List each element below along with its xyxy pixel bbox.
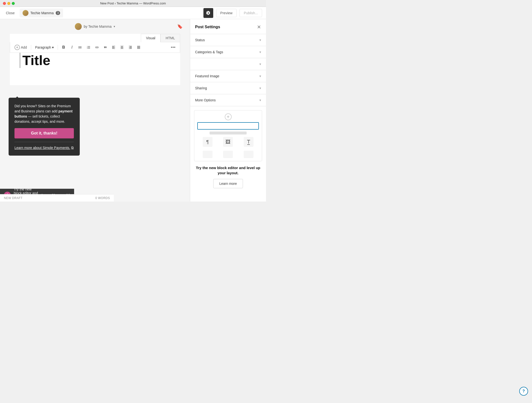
word-count: 0 WORDS xyxy=(95,196,110,200)
featured-image-chevron-icon: ▾ xyxy=(259,74,261,78)
title-bar: New Post ‹ Techie Mamma — WordPress.com xyxy=(0,0,266,7)
gear-icon xyxy=(206,11,211,15)
site-tab[interactable]: Techie Mamma 3 xyxy=(20,9,63,17)
svg-point-2 xyxy=(79,48,79,48)
sidebar-item-status[interactable]: Status ▾ xyxy=(190,34,266,46)
site-name: Techie Mamma xyxy=(30,11,54,15)
bold-button[interactable]: B xyxy=(60,44,67,51)
sharing-label: Sharing xyxy=(195,86,207,90)
editor-toolbar: + Add Paragraph ▾ B I xyxy=(10,42,180,53)
svg-point-0 xyxy=(79,46,79,47)
tooltip-text: Did you know? Sites on the Premium and B… xyxy=(14,104,74,124)
learn-more-text: Learn more about Simple Payments. xyxy=(14,146,70,150)
sidebar-item-more-options[interactable]: More Options ▾ xyxy=(190,94,266,106)
promo-icon-b3 xyxy=(244,151,253,158)
list-ol-icon xyxy=(87,45,91,49)
post-settings-title: Post Settings xyxy=(195,25,220,29)
external-link-icon: ⧉ xyxy=(71,146,74,150)
unordered-list-button[interactable] xyxy=(77,44,84,51)
settings-button[interactable] xyxy=(203,8,213,18)
link-button[interactable] xyxy=(93,44,101,51)
add-button[interactable]: + Add xyxy=(13,44,29,51)
site-avatar xyxy=(23,10,28,16)
editor-inner: Title xyxy=(10,53,180,85)
draft-status: NEW DRAFT xyxy=(4,196,23,200)
promo-paragraph-icon: ¶ xyxy=(203,137,213,147)
promo-image-icon: 🖼 xyxy=(223,137,233,147)
status-bar: NEW DRAFT 0 WORDS xyxy=(0,194,114,202)
align-center-icon xyxy=(120,45,124,49)
author-name: by Techie Mamma xyxy=(84,25,111,28)
promo-icon-b1 xyxy=(203,151,213,158)
traffic-lights xyxy=(3,2,15,5)
align-left-button[interactable] xyxy=(110,44,117,51)
fullscreen-traffic-light[interactable] xyxy=(12,2,15,5)
promo-preview-mockup: + ¶ 🖼 T̲ xyxy=(194,110,262,161)
promo-add-icon: + xyxy=(225,113,232,120)
more-options-label: More Options xyxy=(195,98,216,102)
main-layout: by Techie Mamma ▾ 🔖 Visual HTML + Add Pa… xyxy=(0,19,266,202)
author-bar: by Techie Mamma ▾ 🔖 xyxy=(0,19,190,34)
more-options-chevron-icon: ▾ xyxy=(259,98,261,102)
promo-title: Try the new block editor and level up yo… xyxy=(194,165,262,175)
promo-learn-more-button[interactable]: Learn more xyxy=(213,179,243,188)
align-right-icon xyxy=(128,45,132,49)
italic-button[interactable]: I xyxy=(68,44,76,51)
notification-badge: 3 xyxy=(56,11,60,15)
sidebar-item-featured-image[interactable]: Featured Image ▾ xyxy=(190,70,266,82)
toolbar-divider xyxy=(31,45,31,50)
featured-image-label: Featured Image xyxy=(195,74,219,78)
got-it-button[interactable]: Got it, thanks! xyxy=(14,128,74,138)
promo-search-bar xyxy=(197,122,259,130)
sidebar-close-button[interactable]: ✕ xyxy=(257,24,261,30)
more-options-button[interactable]: ••• xyxy=(169,44,177,51)
minimize-traffic-light[interactable] xyxy=(7,2,10,5)
top-toolbar: Close Techie Mamma 3 Preview Publish... xyxy=(0,7,266,19)
align-left-icon xyxy=(112,45,116,49)
chevron-down-icon[interactable]: ▾ xyxy=(114,25,115,28)
paragraph-chevron: ▾ xyxy=(52,45,54,49)
justify-button[interactable] xyxy=(135,44,142,51)
add-circle-icon: + xyxy=(14,45,20,50)
editor-tabs: Visual HTML xyxy=(10,34,180,42)
ordered-list-button[interactable] xyxy=(85,44,92,51)
preview-button[interactable]: Preview xyxy=(216,9,237,17)
categories-tags-label: Categories & Tags xyxy=(195,50,223,54)
promo-icons-row: ¶ 🖼 T̲ xyxy=(197,137,259,147)
sidebar-item-categories-tags[interactable]: Categories & Tags ▾ xyxy=(190,46,266,58)
payment-tooltip: Did you know? Sites on the Premium and B… xyxy=(9,98,80,156)
paragraph-select[interactable]: Paragraph ▾ xyxy=(33,44,56,50)
editor-area: by Techie Mamma ▾ 🔖 Visual HTML + Add Pa… xyxy=(0,19,190,202)
editor-wrapper: Visual HTML + Add Paragraph ▾ B I xyxy=(10,34,180,85)
toolbar-divider2 xyxy=(58,45,58,50)
sharing-chevron-icon: ▾ xyxy=(259,86,261,90)
quote-icon xyxy=(103,45,107,49)
list-ul-icon xyxy=(78,45,82,49)
extra-chevron-icon: ▾ xyxy=(259,62,261,66)
right-sidebar: Post Settings ✕ Status ▾ Categories & Ta… xyxy=(190,19,266,202)
site-avatar-img xyxy=(23,10,28,16)
close-traffic-light[interactable] xyxy=(3,2,6,5)
promo-icon-b2 xyxy=(223,151,233,158)
close-button[interactable]: Close xyxy=(4,10,17,16)
author-avatar xyxy=(75,23,82,30)
justify-icon xyxy=(137,45,141,49)
align-right-button[interactable] xyxy=(127,44,134,51)
post-title[interactable]: Title xyxy=(20,53,170,68)
promo-icon-row2 xyxy=(197,151,259,158)
tab-visual[interactable]: Visual xyxy=(141,34,160,42)
tooltip-divider xyxy=(14,142,74,142)
promo-text-icon: T̲ xyxy=(244,137,253,147)
sidebar-item-extra[interactable]: ▾ xyxy=(190,58,266,70)
learn-more-payments-link[interactable]: Learn more about Simple Payments. ⧉ xyxy=(14,146,74,150)
sidebar-header: Post Settings ✕ xyxy=(190,19,266,34)
status-label: Status xyxy=(195,38,205,42)
window-title: New Post ‹ Techie Mamma — WordPress.com xyxy=(100,1,166,5)
sidebar-item-sharing[interactable]: Sharing ▾ xyxy=(190,82,266,94)
align-center-button[interactable] xyxy=(118,44,126,51)
add-label: Add xyxy=(21,45,27,49)
publish-button[interactable]: Publish... xyxy=(239,9,262,17)
blockquote-button[interactable] xyxy=(102,44,109,51)
svg-point-1 xyxy=(79,47,79,48)
tab-html[interactable]: HTML xyxy=(160,34,180,42)
